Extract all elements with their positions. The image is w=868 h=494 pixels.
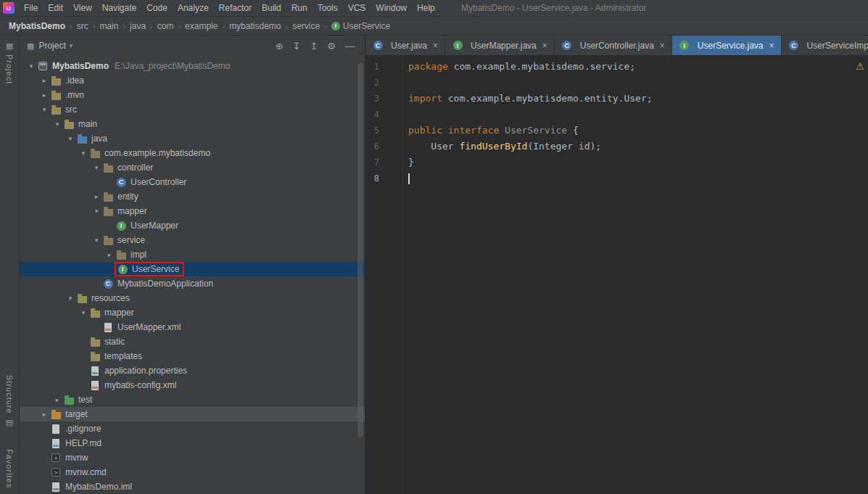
tree-item-resources[interactable]: ▾resources xyxy=(20,291,365,305)
breadcrumb-item-main[interactable]: main xyxy=(98,21,120,31)
tree-collapse-arrow-icon[interactable]: ▾ xyxy=(25,62,37,70)
tree-collapse-arrow-icon[interactable]: ▾ xyxy=(65,135,76,142)
tab-userserviceimpl-ja[interactable]: CUserServiceImpl.ja xyxy=(782,36,868,55)
tree-item-mapper[interactable]: ▾mapper xyxy=(20,305,365,320)
tree-collapse-arrow-icon[interactable]: ▾ xyxy=(51,120,63,128)
tree-collapse-arrow-icon[interactable]: ▾ xyxy=(91,164,102,171)
tree-item-mapper[interactable]: ▾mapper xyxy=(20,204,365,218)
tree-item-mvnw-cmd[interactable]: >mvnw.cmd xyxy=(20,465,365,479)
tree-expand-arrow-icon[interactable]: ▸ xyxy=(91,193,102,200)
tree-item-main[interactable]: ▾main xyxy=(20,117,365,131)
tool-button-favorites[interactable]: Favorites ★ xyxy=(0,449,19,494)
tree-item-mybatisdemoapplication[interactable]: CMybatisDemoApplication xyxy=(20,276,365,291)
chevron-down-icon[interactable]: ▾ xyxy=(70,42,73,49)
hide-icon[interactable]: — xyxy=(345,41,355,52)
tree-item--mvn[interactable]: ▸.mvn xyxy=(20,88,365,102)
expand-all-icon[interactable]: ↧ xyxy=(293,41,301,52)
tree-item-help-md[interactable]: HELP.md xyxy=(20,436,365,450)
tree-collapse-arrow-icon[interactable]: ▾ xyxy=(65,295,76,302)
tree-expand-arrow-icon[interactable]: ▸ xyxy=(38,91,50,99)
tree-item-com-example-mybatisdemo[interactable]: ▾com.example.mybatisdemo xyxy=(20,146,365,160)
close-tab-icon[interactable]: × xyxy=(433,41,438,51)
code-area[interactable]: package com.example.mybatisdemo.service;… xyxy=(403,56,868,494)
tree-expand-arrow-icon[interactable]: ▸ xyxy=(104,251,115,258)
tree-collapse-arrow-icon[interactable]: ▾ xyxy=(38,106,50,113)
tree-item-mybatis-config-xml[interactable]: mybatis-config.xml xyxy=(20,378,365,392)
code-line[interactable] xyxy=(408,107,868,123)
menu-tools[interactable]: Tools xyxy=(313,0,343,16)
tree-item-test[interactable]: ▸test xyxy=(20,392,365,407)
tree-item-application-properties[interactable]: application.properties xyxy=(20,363,365,378)
close-tab-icon[interactable]: × xyxy=(769,41,774,51)
editor-gutter[interactable]: 12345678 xyxy=(365,56,403,494)
tree-item-java[interactable]: ▾java xyxy=(20,131,365,146)
close-tab-icon[interactable]: × xyxy=(660,41,665,51)
menu-refactor[interactable]: Refactor xyxy=(214,0,257,16)
breadcrumb-item-mybatisdemo[interactable]: MybatisDemo xyxy=(7,21,67,31)
menu-analyze[interactable]: Analyze xyxy=(173,0,214,16)
menu-edit[interactable]: Edit xyxy=(43,0,68,16)
tree-collapse-arrow-icon[interactable]: ▾ xyxy=(91,236,102,244)
line-number[interactable]: 2 xyxy=(365,75,402,91)
warning-indicator-icon[interactable]: ⚠ xyxy=(856,61,864,72)
tree-item--idea[interactable]: ▸.idea xyxy=(20,73,365,88)
menu-help[interactable]: Help xyxy=(412,0,440,16)
tree-item--gitignore[interactable]: .gitignore xyxy=(20,421,365,436)
locate-icon[interactable]: ⊕ xyxy=(276,41,284,52)
tree-item-service[interactable]: ▾service xyxy=(20,233,365,247)
tree-item-mybatisdemo[interactable]: ▾MybatisDemoE:\Java_project\MybatisDemo xyxy=(20,59,365,73)
tool-button-structure[interactable]: Structure ▤ xyxy=(0,375,19,427)
line-number[interactable]: 7 xyxy=(365,155,402,170)
editor-body[interactable]: 12345678 package com.example.mybatisdemo… xyxy=(365,56,868,494)
close-tab-icon[interactable]: × xyxy=(542,41,547,51)
tree-expand-arrow-icon[interactable]: ▸ xyxy=(38,77,50,84)
line-number[interactable]: 8 xyxy=(365,170,402,186)
breadcrumb-item-src[interactable]: src xyxy=(75,21,90,31)
line-number[interactable]: 1 xyxy=(365,59,402,75)
tree-collapse-arrow-icon[interactable]: ▾ xyxy=(78,309,89,316)
tree-item-controller[interactable]: ▾controller xyxy=(20,160,365,175)
menu-file[interactable]: File xyxy=(19,0,43,16)
tree-expand-arrow-icon[interactable]: ▸ xyxy=(51,396,63,403)
breadcrumb-item-java[interactable]: java xyxy=(128,21,147,31)
tab-user-java[interactable]: CUser.java× xyxy=(365,36,445,55)
breadcrumb-item-example[interactable]: example xyxy=(183,21,219,31)
tree-expand-arrow-icon[interactable]: ▸ xyxy=(38,411,50,418)
tree-item-mybatisdemo-iml[interactable]: MybatisDemo.iml xyxy=(20,479,365,494)
tree-item-templates[interactable]: templates xyxy=(20,349,365,363)
tree-collapse-arrow-icon[interactable]: ▾ xyxy=(78,149,89,157)
code-line[interactable]: User findUserById(Integer id); xyxy=(408,139,868,155)
code-line[interactable] xyxy=(408,75,868,91)
menu-run[interactable]: Run xyxy=(286,0,313,16)
tree-item-src[interactable]: ▾src xyxy=(20,102,365,117)
line-number[interactable]: 6 xyxy=(365,139,402,155)
menu-window[interactable]: Window xyxy=(371,0,412,16)
code-line[interactable]: import com.example.mybatisdemo.entity.Us… xyxy=(408,91,868,107)
breadcrumb-item-service[interactable]: service xyxy=(291,21,321,31)
menu-navigate[interactable]: Navigate xyxy=(97,0,141,16)
tree-collapse-arrow-icon[interactable]: ▾ xyxy=(91,207,102,215)
code-line[interactable]: package com.example.mybatisdemo.service; xyxy=(408,59,868,75)
breadcrumb-item-userservice[interactable]: IUserService xyxy=(330,21,392,31)
project-scrollbar[interactable] xyxy=(357,63,363,437)
line-number[interactable]: 4 xyxy=(365,107,402,123)
code-line[interactable]: } xyxy=(408,155,868,170)
tree-item-static[interactable]: static xyxy=(20,334,365,349)
code-line[interactable]: public interface UserService { xyxy=(408,123,868,139)
code-line[interactable] xyxy=(408,170,868,186)
menu-view[interactable]: View xyxy=(68,0,97,16)
breadcrumb-item-mybatisdemo[interactable]: mybatisdemo xyxy=(228,21,282,31)
breadcrumb-item-com[interactable]: com xyxy=(156,21,175,31)
tree-item-impl[interactable]: ▸impl xyxy=(20,247,365,262)
settings-icon[interactable]: ⚙ xyxy=(327,41,336,52)
menu-vcs[interactable]: VCS xyxy=(343,0,371,16)
tree-item-entity[interactable]: ▸entity xyxy=(20,189,365,204)
tree-item-userservice[interactable]: IUserService xyxy=(20,262,365,276)
project-panel-title[interactable]: Project xyxy=(38,41,65,51)
tool-button-project[interactable]: ▦ Project xyxy=(0,41,19,84)
line-number[interactable]: 5 xyxy=(365,123,402,139)
tab-usermapper-java[interactable]: IUserMapper.java× xyxy=(445,36,555,55)
line-number[interactable]: 3 xyxy=(365,91,402,107)
tree-item-usermapper[interactable]: IUserMapper xyxy=(20,218,365,233)
collapse-all-icon[interactable]: ↥ xyxy=(310,41,318,52)
